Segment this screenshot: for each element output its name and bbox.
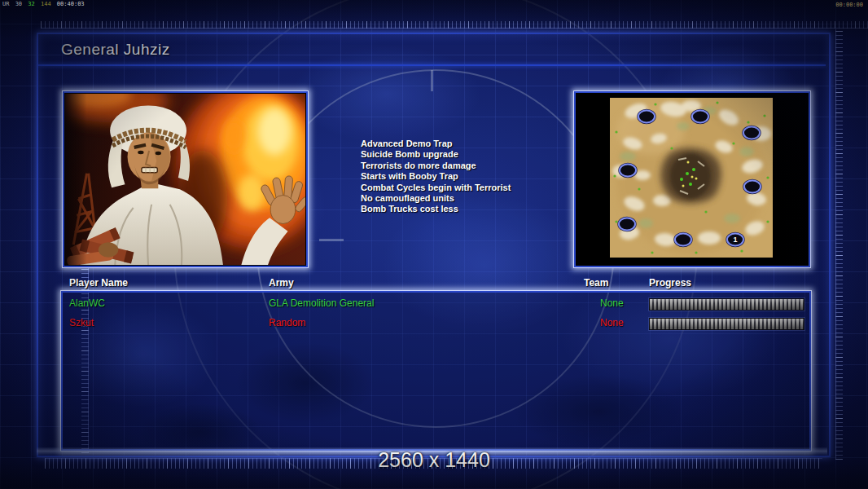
column-header-team: Team <box>584 277 608 289</box>
title-divider-line <box>38 64 826 66</box>
match-timer: 00:00:00 <box>835 2 863 8</box>
column-header-army: Army <box>269 277 294 289</box>
team-cell: None <box>600 297 624 309</box>
player-start-marker-1: 1 <box>727 234 743 246</box>
bonus-item: Starts with Booby Trap <box>361 171 581 182</box>
resolution-label: 2560 x 1440 <box>0 448 868 472</box>
map-center-crater <box>661 148 721 204</box>
team-cell: None <box>600 317 624 328</box>
load-progress-fill <box>650 319 804 329</box>
player-list-panel <box>60 290 812 452</box>
army-cell: Random <box>269 317 305 328</box>
start-marker-number: 1 <box>733 236 737 244</box>
bonus-item: Suicide Bomb upgrade <box>361 149 581 160</box>
general-bonus-list: Advanced Demo Trap Suicide Bomb upgrade … <box>361 139 581 215</box>
session-timer: 00:40:03 <box>57 1 85 7</box>
map-preview-frame: 1 <box>573 90 811 268</box>
player-name-cell: AlanWC <box>69 297 105 309</box>
column-header-player-name: Player Name <box>69 277 128 289</box>
player-row: AlanWC GLA Demolition General None <box>0 297 868 311</box>
loading-screen: UR 30 32 144 00:40:03 00:00:00 General J… <box>0 0 868 489</box>
map-preview: 1 <box>610 98 773 258</box>
net-status-segment: 32 <box>28 1 34 7</box>
army-cell: GLA Demolition General <box>269 297 374 309</box>
player-row: Szkut Random None <box>0 317 868 331</box>
bonus-item: Advanced Demo Trap <box>361 139 581 149</box>
bonus-item: Combat Cycles begin with Terrorist <box>361 183 581 193</box>
load-progress-fill <box>650 299 804 310</box>
net-status-segment: UR <box>2 1 9 7</box>
player-name-cell: Szkut <box>69 317 94 328</box>
load-progress-bar <box>649 298 804 311</box>
bonus-item: No camouflaged units <box>361 193 581 204</box>
ruler-top-decoration <box>41 21 868 29</box>
load-progress-bar <box>649 318 804 330</box>
net-status-segment: 144 <box>41 1 51 7</box>
portrait-left-shadow <box>65 94 87 265</box>
general-name-title: General Juhziz <box>61 41 170 59</box>
bonus-item: Bomb Trucks cost less <box>361 204 581 214</box>
ruler-right-decoration <box>835 29 843 460</box>
column-header-progress: Progress <box>649 277 691 289</box>
net-status-segment: 30 <box>15 1 22 7</box>
net-status-readout: UR 30 32 144 00:40:03 <box>2 1 87 7</box>
bonus-item: Terrorists do more damage <box>361 161 581 171</box>
general-portrait-frame <box>62 90 309 268</box>
general-portrait-art <box>65 94 305 265</box>
